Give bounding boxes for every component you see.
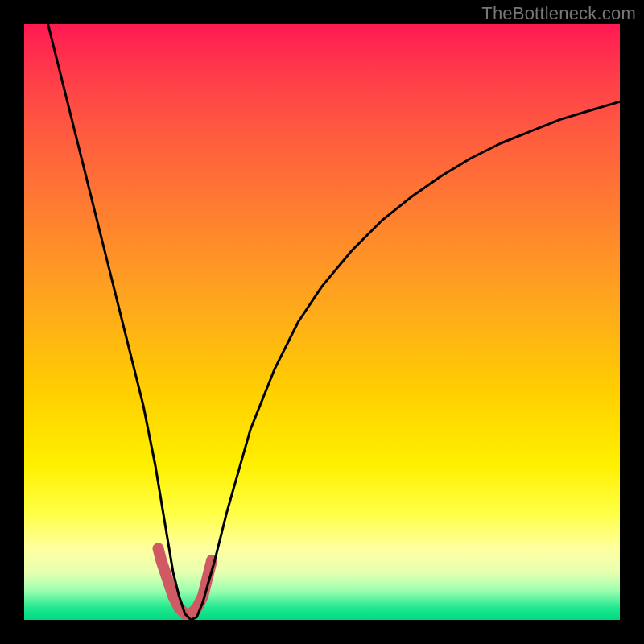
chart-svg	[24, 24, 620, 620]
optimal-range-highlight	[159, 548, 213, 613]
chart-plot-area	[24, 24, 620, 620]
watermark-text: TheBottleneck.com	[481, 3, 636, 24]
bottleneck-curve	[48, 24, 620, 620]
